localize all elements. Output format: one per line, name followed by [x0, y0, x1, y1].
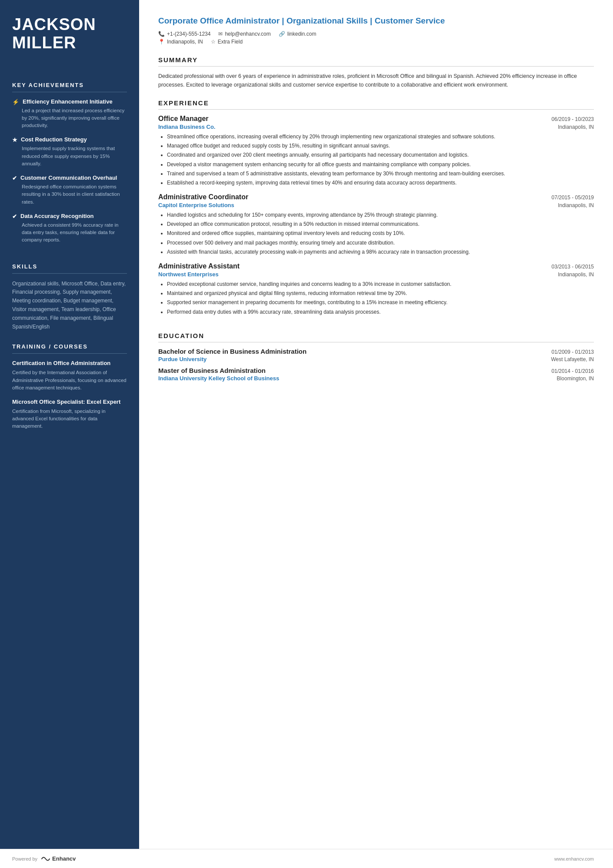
bullet-item: Coordinated and organized over 200 clien…	[167, 151, 594, 159]
bullet-item: Handled logistics and scheduling for 150…	[167, 211, 594, 219]
achievement-item: ✔ Data Accuracy Recognition Achieved a c…	[12, 213, 127, 244]
email-text: help@enhancv.com	[225, 31, 270, 37]
linkedin-text: linkedin.com	[287, 31, 316, 37]
bullet-item: Developed an office communication protoc…	[167, 220, 594, 228]
achievement-desc: Achieved a consistent 99% accuracy rate …	[12, 221, 127, 244]
resume-wrapper: JACKSON MILLER KEY ACHIEVEMENTS ⚡ Effici…	[0, 0, 613, 868]
resume-body: JACKSON MILLER KEY ACHIEVEMENTS ⚡ Effici…	[0, 0, 613, 849]
skills-title: SKILLS	[12, 263, 127, 270]
bullet-item: Assisted with financial tasks, accuratel…	[167, 248, 594, 256]
edu-school-row: Purdue University West Lafayette, IN	[158, 356, 594, 362]
bullet-item: Processed over 500 delivery and mail pac…	[167, 239, 594, 247]
achievement-title-text: Cost Reduction Strategy	[21, 136, 87, 143]
bullet-item: Streamlined office operations, increasin…	[167, 133, 594, 141]
exp-company-row: Capitol Enterprise Solutions Indianapoli…	[158, 202, 594, 208]
experience-entry: Administrative Coordinator 07/2015 - 05/…	[158, 193, 594, 256]
edu-dates: 01/2014 - 01/2016	[552, 368, 594, 374]
achievement-title: ★ Cost Reduction Strategy	[12, 136, 127, 143]
bullet-item: Trained and supervised a team of 5 admin…	[167, 170, 594, 178]
main-content: Corporate Office Administrator | Organiz…	[139, 0, 613, 849]
exp-header: Administrative Assistant 03/2013 - 06/20…	[158, 262, 594, 270]
exp-company: Capitol Enterprise Solutions	[158, 202, 234, 208]
exp-bullets: Handled logistics and scheduling for 150…	[158, 211, 594, 256]
achievement-item: ⚡ Efficiency Enhancement Initiative Led …	[12, 98, 127, 130]
email-icon: ✉	[218, 31, 223, 37]
powered-by-text: Powered by	[12, 856, 37, 861]
summary-section-title: SUMMARY	[158, 56, 594, 64]
exp-header: Office Manager 06/2019 - 10/2023	[158, 115, 594, 123]
education-entry: Bachelor of Science in Business Administ…	[158, 348, 594, 362]
achievement-title-text: Customer Communication Overhaul	[20, 174, 117, 181]
exp-company: Northwest Enterprises	[158, 271, 219, 278]
bullet-item: Managed office budget and reduced supply…	[167, 142, 594, 150]
edu-location: Bloomington, IN	[557, 375, 594, 382]
main-headline: Corporate Office Administrator | Organiz…	[158, 16, 594, 27]
exp-dates: 07/2015 - 05/2019	[552, 194, 594, 201]
bullet-item: Supported senior management in preparing…	[167, 298, 594, 307]
exp-company: Indiana Business Co.	[158, 124, 215, 130]
location-icon: 📍	[158, 39, 165, 45]
training-desc: Certified by the International Associati…	[12, 369, 127, 392]
achievement-desc: Implemented supply tracking systems that…	[12, 145, 127, 168]
key-achievements-title: KEY ACHIEVEMENTS	[12, 82, 127, 88]
education-list: Bachelor of Science in Business Administ…	[158, 348, 594, 386]
achievement-icon: ✔	[12, 213, 17, 220]
contact-location: 📍 Indianapolis, IN	[158, 39, 203, 45]
edu-degree: Bachelor of Science in Business Administ…	[158, 348, 306, 355]
achievement-item: ★ Cost Reduction Strategy Implemented su…	[12, 136, 127, 168]
edu-header: Bachelor of Science in Business Administ…	[158, 348, 594, 355]
contact-extra: ☆ Extra Field	[211, 39, 243, 45]
edu-school: Purdue University	[158, 356, 207, 362]
footer-left: Powered by Enhancv	[12, 855, 76, 862]
enhancv-logo: Enhancv	[41, 855, 76, 862]
bullet-item: Monitored and ordered office supplies, m…	[167, 229, 594, 238]
exp-header: Administrative Coordinator 07/2015 - 05/…	[158, 193, 594, 201]
sidebar: JACKSON MILLER KEY ACHIEVEMENTS ⚡ Effici…	[0, 0, 139, 849]
exp-location: Indianapolis, IN	[558, 271, 594, 278]
extra-text: Extra Field	[218, 39, 243, 45]
achievement-icon: ⚡	[12, 99, 19, 105]
experience-divider	[158, 109, 594, 110]
contact-phone: 📞 +1-(234)-555-1234	[158, 31, 210, 37]
edu-location: West Lafayette, IN	[551, 356, 594, 362]
achievements-list: ⚡ Efficiency Enhancement Initiative Led …	[12, 98, 127, 251]
star-icon: ☆	[211, 39, 216, 45]
achievement-title: ⚡ Efficiency Enhancement Initiative	[12, 98, 127, 105]
edu-degree: Master of Business Administration	[158, 367, 266, 374]
phone-icon: 📞	[158, 31, 165, 37]
achievement-desc: Redesigned office communication systems …	[12, 183, 127, 206]
name-line1: JACKSON	[12, 15, 96, 34]
experience-list: Office Manager 06/2019 - 10/2023 Indiana…	[158, 115, 594, 322]
experience-section-title: EXPERIENCE	[158, 99, 594, 107]
skills-text: Organizational skills, Microsoft Office,…	[12, 280, 127, 332]
achievement-icon: ✔	[12, 175, 17, 181]
exp-dates: 06/2019 - 10/2023	[552, 116, 594, 122]
edu-dates: 01/2009 - 01/2013	[552, 349, 594, 355]
exp-dates: 03/2013 - 06/2015	[552, 264, 594, 270]
exp-job-title: Administrative Coordinator	[158, 193, 248, 201]
achievement-icon: ★	[12, 137, 17, 143]
footer-website: www.enhancv.com	[554, 856, 594, 861]
education-entry: Master of Business Administration 01/201…	[158, 367, 594, 382]
exp-location: Indianapolis, IN	[558, 202, 594, 208]
training-desc: Certification from Microsoft, specializi…	[12, 408, 127, 430]
linkedin-icon: 🔗	[279, 31, 285, 37]
exp-company-row: Indiana Business Co. Indianapolis, IN	[158, 124, 594, 130]
contact-row: 📞 +1-(234)-555-1234 ✉ help@enhancv.com 🔗…	[158, 31, 594, 37]
exp-job-title: Administrative Assistant	[158, 262, 240, 270]
contact-email: ✉ help@enhancv.com	[218, 31, 270, 37]
training-list: Certification in Office Administration C…	[12, 360, 127, 437]
skills-divider	[12, 273, 127, 274]
training-divider	[12, 353, 127, 354]
bullet-item: Provided exceptional customer service, h…	[167, 280, 594, 288]
achievement-title: ✔ Customer Communication Overhaul	[12, 174, 127, 181]
location-text: Indianapolis, IN	[167, 39, 203, 45]
exp-job-title: Office Manager	[158, 115, 209, 123]
summary-divider	[158, 66, 594, 67]
summary-text: Dedicated professional with over 6 years…	[158, 72, 594, 90]
exp-bullets: Provided exceptional customer service, h…	[158, 280, 594, 316]
footer: Powered by Enhancv www.enhancv.com	[0, 849, 613, 868]
achievement-title: ✔ Data Accuracy Recognition	[12, 213, 127, 220]
exp-bullets: Streamlined office operations, increasin…	[158, 133, 594, 187]
exp-location: Indianapolis, IN	[558, 124, 594, 130]
